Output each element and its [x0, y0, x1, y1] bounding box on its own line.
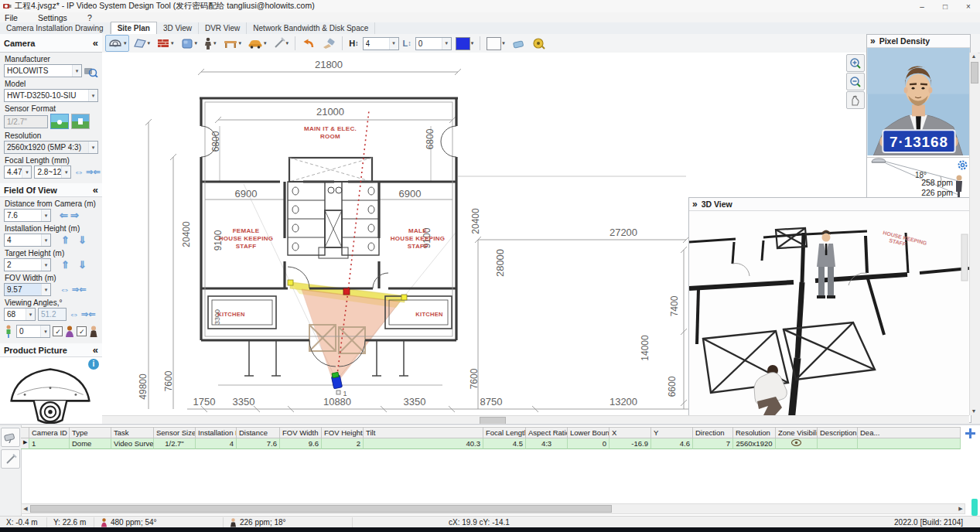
column-header-distance[interactable]: Distance [237, 427, 280, 438]
find-camera-icon[interactable] [84, 65, 98, 77]
column-header-lower-bound[interactable]: Lower Bound [568, 427, 610, 438]
camera-list-tool-button[interactable] [1, 428, 20, 447]
measure-button[interactable] [529, 35, 548, 52]
info-icon[interactable]: i [88, 359, 99, 370]
cell-camera-id[interactable]: 1 [29, 438, 70, 449]
column-header-x[interactable]: X [610, 427, 651, 438]
fov-handle-left[interactable] [288, 280, 293, 285]
pen-tool-button[interactable]: ▾ [271, 35, 292, 52]
cell-zone-visibility[interactable] [776, 438, 818, 449]
column-header-description[interactable]: Description [818, 427, 858, 438]
tab-3d-view[interactable]: 3D View [157, 22, 199, 34]
viewing-angle-h-select[interactable]: 68▾ [4, 308, 36, 321]
scene-preview-icon[interactable] [50, 114, 69, 129]
install-height-select[interactable]: 4▾ [4, 234, 51, 247]
undo-button[interactable] [299, 35, 318, 52]
cell-distance[interactable]: 7.6 [237, 438, 280, 449]
cell-description[interactable] [818, 438, 858, 449]
pen-list-tool-button[interactable] [1, 449, 20, 469]
column-header-dea-[interactable]: Dea... [858, 427, 961, 438]
column-header-tilt[interactable]: Tilt [364, 427, 483, 438]
column-header-focal-length[interactable]: Focal Length [483, 427, 526, 438]
camera-tool-button[interactable]: ▾ [105, 35, 129, 52]
paint-button[interactable] [319, 35, 338, 52]
cell-type[interactable]: Dome [70, 438, 111, 449]
person-tool-button[interactable]: ▾ [201, 35, 219, 52]
manufacturer-select[interactable]: HOLOWITS▾ [4, 64, 82, 77]
cell-sensor-size[interactable]: 1/2.7" [154, 438, 196, 449]
furniture-tool-button[interactable]: ▾ [220, 35, 244, 52]
close-button[interactable]: × [957, 0, 980, 12]
collapse-left-icon[interactable]: « [93, 37, 98, 49]
height-select[interactable]: 4▾ [363, 37, 399, 50]
cell-aspect-ratio[interactable]: 4:3 [526, 438, 568, 449]
cell-tilt[interactable]: 40.3 [364, 438, 483, 449]
target-height-up-button[interactable]: ⇑ [61, 260, 70, 270]
column-header-fov-height[interactable]: FOV Height [322, 427, 364, 438]
column-header-fov-width[interactable]: FOV Width [280, 427, 322, 438]
column-header-direction[interactable]: Direction [693, 427, 733, 438]
widen-fov-button[interactable]: ⇔ [73, 167, 84, 177]
column-header-sensor-size[interactable]: Sensor Size [154, 427, 196, 438]
distance-increase-button[interactable]: ⇒ [70, 210, 79, 220]
tab-camera-installation-drawing[interactable]: Camera Installation Drawing [0, 22, 111, 34]
tab-network-bandwidth-disk-space[interactable]: Network Bandwidth & Disk Space [247, 22, 375, 34]
cell-direction[interactable]: 7 [693, 438, 733, 449]
color-picker-button[interactable]: ▾ [453, 35, 476, 52]
add-row-button[interactable] [964, 427, 976, 440]
fov-width-narrow-button[interactable]: ⇒⇐ [72, 285, 86, 295]
vehicle-tool-button[interactable]: ▾ [245, 35, 269, 52]
column-header-camera-id[interactable]: Camera ID [29, 427, 70, 438]
zoom-in-button[interactable] [846, 54, 865, 72]
fov-width-select[interactable]: 9.57▾ [4, 283, 51, 296]
distance-select[interactable]: 7.6▾ [4, 209, 51, 222]
expand-3d-view-icon[interactable]: » [692, 199, 698, 210]
column-header-zone-visibility[interactable]: Zone Visibility [776, 427, 818, 438]
menu-help[interactable]: ? [87, 13, 92, 22]
collapse-fov-icon[interactable]: « [93, 184, 98, 196]
focal-range-select[interactable]: 2.8~12▾ [34, 165, 71, 179]
camera-table-data-row[interactable]: ▶1DomeVideo Surveillance1/2.7"47.69.6240… [21, 438, 961, 449]
pan-hand-button[interactable] [846, 91, 865, 109]
maximize-button[interactable]: □ [934, 0, 957, 12]
fov-handle-center[interactable] [343, 288, 350, 295]
narrow-fov-button[interactable]: ⇒⇐ [86, 167, 100, 177]
menu-settings[interactable]: Settings [38, 13, 67, 22]
column-header-installation-hei-[interactable]: Installation Hei... [196, 427, 237, 438]
resolution-select[interactable]: 2560x1920 (5MP 4:3)▾ [4, 141, 98, 154]
column-header-resolution[interactable]: Resolution [733, 427, 776, 438]
zone-tool-button[interactable]: ▾ [131, 35, 153, 52]
menu-file[interactable]: File [5, 13, 18, 22]
tab-site-plan[interactable]: Site Plan [111, 22, 157, 35]
fov-width-widen-button[interactable]: ⇔ [60, 285, 70, 295]
cell-fov-width[interactable]: 9.6 [280, 438, 322, 449]
zoom-out-button[interactable] [846, 73, 865, 90]
show-female-checkbox[interactable]: ✓ [53, 326, 63, 336]
lower-bound-select[interactable]: 0▾ [415, 37, 452, 50]
cell-y[interactable]: 4.6 [651, 438, 693, 449]
gear-icon[interactable] [957, 159, 968, 171]
table-vertical-scrollbar-thumb[interactable] [971, 499, 978, 516]
row-selector[interactable]: ▶ [21, 438, 29, 449]
distance-decrease-button[interactable]: ⇐ [60, 210, 68, 220]
column-header-y[interactable]: Y [651, 427, 693, 438]
angle-narrow-button[interactable]: ⇒⇐ [81, 309, 95, 319]
cell-fov-height[interactable]: 2 [322, 438, 364, 449]
focal-length-select[interactable]: 4.47▾ [4, 165, 32, 179]
install-height-up-button[interactable]: ⇑ [61, 235, 70, 245]
minimize-button[interactable]: – [910, 0, 934, 12]
tab-dvr-view[interactable]: DVR View [199, 22, 247, 34]
column-header-type[interactable]: Type [70, 427, 111, 438]
column-header-task[interactable]: Task [111, 427, 154, 438]
person-height-icon[interactable] [4, 325, 14, 338]
fov-handle-right[interactable] [401, 295, 407, 300]
person-offset-select[interactable]: 0▾ [16, 325, 51, 338]
target-height-select[interactable]: 2▾ [4, 258, 51, 271]
eraser-button[interactable] [509, 35, 528, 52]
table-horizontal-scrollbar[interactable]: ◀ ▶ [21, 503, 965, 514]
install-height-down-button[interactable]: ⇓ [78, 235, 87, 245]
wall-tool-button[interactable]: ▾ [154, 35, 176, 52]
cell-dea-[interactable] [858, 438, 961, 449]
background-color-button[interactable]: ▾ [484, 35, 507, 52]
column-header-aspect-ratio[interactable]: Aspect Ratio [526, 427, 568, 438]
